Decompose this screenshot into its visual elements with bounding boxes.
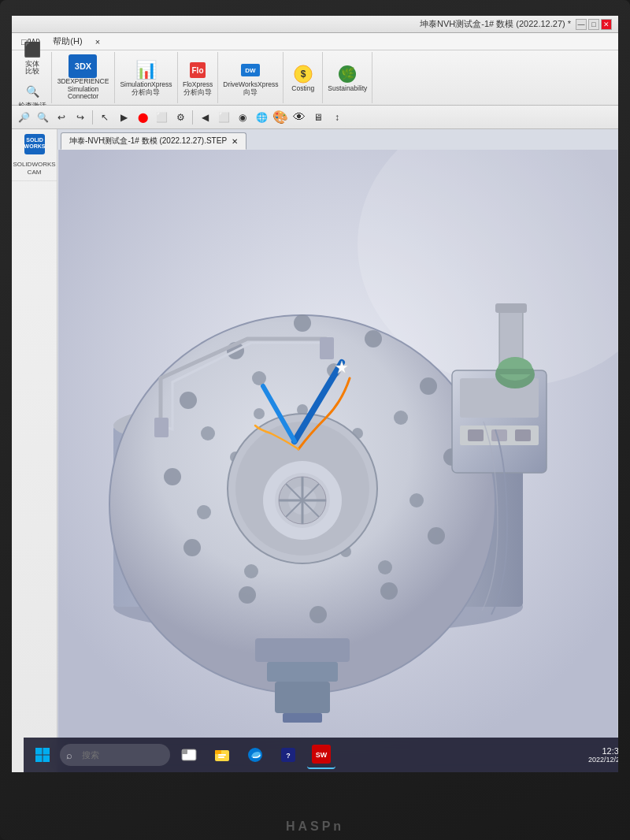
tb2-select-btn[interactable]: ↖ — [96, 109, 113, 126]
toolbar-group-costing: $ Costing — [284, 52, 323, 103]
screen: 坤泰NVH测试盒-1# 数模 (2022.12.27) * — □ ✕ □(W)… — [12, 16, 618, 772]
title-bar: 坤泰NVH测试盒-1# 数模 (2022.12.27) * — □ ✕ — [12, 16, 618, 33]
3d-viewport[interactable] — [57, 150, 618, 772]
tb2-view-circle[interactable]: ◉ — [234, 109, 251, 126]
menu-pin[interactable]: × — [89, 35, 106, 48]
tb2-settings-btn[interactable]: ⚙ — [172, 109, 189, 126]
windows-logo-icon — [35, 747, 50, 763]
svg-point-23 — [380, 582, 398, 600]
svg-text:🌿: 🌿 — [341, 67, 355, 80]
toolbar-group-simulation: 📊 SimulationXpress分析向导 — [115, 52, 178, 103]
svg-text:Flo: Flo — [192, 66, 204, 75]
menu-bar: □(W) 帮助(H) × — [12, 33, 618, 50]
toolbar-group-3dexperience: 3DX 3DEXPERIENCESimulationConnector — [52, 52, 115, 103]
tb2-view-box[interactable]: ⬜ — [215, 109, 232, 126]
cam-icon: SOLID WORKS — [23, 132, 46, 159]
svg-point-32 — [410, 493, 424, 507]
svg-point-26 — [183, 539, 201, 556]
toolbar-flo-btn[interactable]: Flo FloXpress分析向导 — [181, 58, 214, 98]
sustainability-icon: 🌿 — [336, 63, 358, 85]
svg-rect-65 — [491, 429, 507, 441]
svg-point-34 — [244, 564, 258, 578]
solidworks-cam-label: SOLIDWORKSCAM — [12, 159, 57, 177]
compare-icon: ⬛ — [21, 39, 43, 61]
svg-point-27 — [164, 468, 181, 485]
taskbar-l-icon — [180, 746, 198, 764]
tab-label: 坤泰-NVH测试盒-1# 数模 (2022.12.27).STEP — [69, 136, 227, 147]
tb2-arrow-btn[interactable]: ↕ — [328, 109, 346, 126]
tb2-play-btn[interactable]: ▶ — [115, 109, 132, 126]
sidebar-solidworks-cam[interactable]: SOLID WORKS SOLIDWORKSCAM — [12, 129, 57, 181]
svg-rect-59 — [154, 418, 169, 437]
toolbar-group-compare: ⬛ 实体比较 🔍 检查激活的文档 — [13, 52, 52, 103]
svg-point-33 — [378, 560, 392, 574]
svg-point-20 — [420, 377, 437, 395]
date-display: 2022/12/27 — [588, 756, 618, 764]
solidworks-icon: SW — [311, 744, 332, 764]
search-wrap: ⌕ — [60, 744, 170, 766]
taskbar-app-unknown[interactable]: ? — [274, 741, 302, 769]
start-button[interactable] — [30, 742, 55, 768]
tb2-view-globe[interactable]: 🌐 — [253, 109, 270, 126]
simulation-icon: 📊 — [135, 59, 157, 81]
tb2-redo-btn[interactable]: ↪ — [72, 109, 89, 126]
taskbar-time: 12:30 2022/12/27 — [588, 746, 618, 764]
svg-rect-78 — [35, 756, 43, 763]
svg-rect-60 — [320, 337, 334, 359]
minimize-button[interactable]: — — [576, 19, 587, 30]
toolbar-solid-compare[interactable]: ⬛ 实体比较 — [20, 37, 45, 77]
main-toolbar: ⬛ 实体比较 🔍 检查激活的文档 3DX 3DEXPERIENCESimulat… — [12, 50, 618, 106]
tb2-undo-btn[interactable]: ↩ — [53, 109, 70, 126]
svg-rect-71 — [498, 369, 532, 374]
svg-text:DW: DW — [246, 67, 257, 74]
taskbar: ⌕ — [24, 738, 618, 772]
tb2-sep2 — [192, 110, 193, 125]
taskbar-search-input[interactable] — [60, 744, 170, 766]
main-tab[interactable]: 坤泰-NVH测试盒-1# 数模 (2022.12.27).STEP ✕ — [61, 132, 246, 150]
left-sidebar: SOLID WORKS SOLIDWORKSCAM — [12, 129, 57, 772]
svg-point-25 — [239, 586, 256, 604]
taskbar-app-l[interactable] — [175, 741, 203, 769]
window-title: 坤泰NVH测试盒-1# 数模 (2022.12.27) * — [420, 18, 571, 30]
svg-rect-64 — [468, 429, 484, 441]
tb2-zoom-btn[interactable]: 🔍 — [34, 109, 51, 126]
toolbar-costing-btn[interactable]: $ Costing — [290, 61, 316, 94]
toolbar-driveworks-btn[interactable]: DW DriveWorksXpress向导 — [221, 58, 280, 98]
taskbar-app-file-explorer[interactable] — [208, 741, 236, 769]
3d-model-svg — [57, 150, 618, 772]
svg-text:?: ? — [286, 752, 291, 760]
tb2-search-btn[interactable]: 🔎 — [15, 109, 32, 126]
svg-rect-75 — [283, 713, 322, 723]
svg-rect-68 — [495, 303, 527, 313]
menu-help[interactable]: 帮助(H) — [46, 34, 88, 49]
tb2-box-btn[interactable]: ⬜ — [153, 109, 170, 126]
tb2-color-btn[interactable]: 🎨 — [272, 109, 289, 126]
svg-point-18 — [294, 314, 311, 332]
tb2-display-btn[interactable]: 🖥 — [309, 109, 327, 126]
svg-point-45 — [254, 408, 265, 419]
toolbar-sustainability-btn[interactable]: 🌿 Sustainability — [326, 61, 369, 94]
taskbar-app-solidworks[interactable]: SW — [307, 741, 335, 769]
toolbar-simulation-btn[interactable]: 📊 SimulationXpress分析向导 — [118, 58, 173, 98]
svg-point-31 — [394, 411, 408, 425]
flo-icon: Flo — [187, 59, 209, 81]
toolbar-3dexperience-btn[interactable]: 3DX 3DEXPERIENCESimulationConnector — [56, 53, 111, 102]
tb2-eye-btn[interactable]: 👁 — [291, 109, 308, 126]
svg-point-22 — [428, 527, 445, 545]
svg-point-28 — [180, 392, 197, 409]
svg-rect-73 — [267, 662, 338, 682]
svg-rect-79 — [43, 756, 50, 763]
tb2-view-back[interactable]: ◀ — [196, 109, 213, 126]
svg-rect-76 — [35, 748, 43, 755]
check-active-icon: 🔍 — [21, 80, 43, 102]
tab-close[interactable]: ✕ — [232, 137, 238, 146]
driveworks-icon: DW — [239, 59, 261, 81]
3dexperience-icon: 3DX — [69, 54, 97, 78]
close-button[interactable]: ✕ — [601, 19, 612, 30]
svg-point-36 — [201, 426, 215, 440]
taskbar-app-edge[interactable] — [241, 741, 269, 769]
svg-text:$: $ — [300, 69, 306, 80]
svg-point-19 — [365, 330, 382, 348]
tb2-stop-btn[interactable]: ⬤ — [134, 109, 151, 126]
maximize-button[interactable]: □ — [588, 19, 599, 30]
